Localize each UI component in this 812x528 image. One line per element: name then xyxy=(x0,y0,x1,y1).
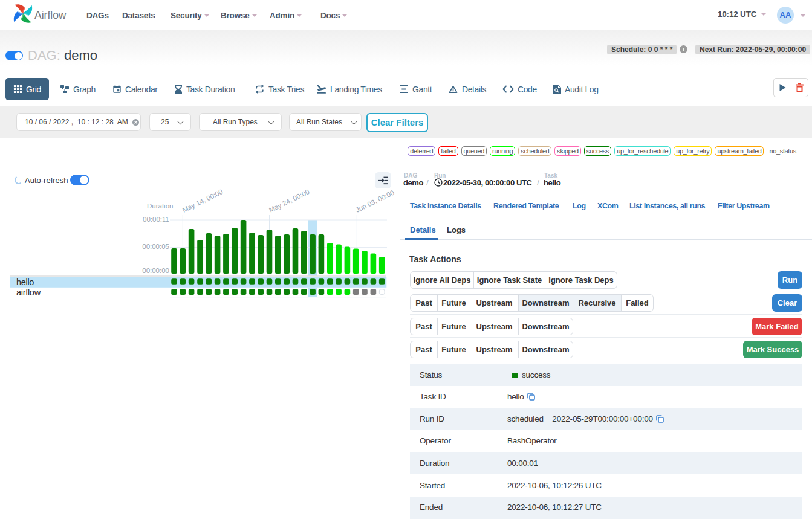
svg-text:Duration: Duration xyxy=(147,202,173,210)
svg-text:00:00:00: 00:00:00 xyxy=(142,267,169,274)
svg-text:hello: hello xyxy=(16,277,34,287)
svg-text:Jun 03, 00:00: Jun 03, 00:00 xyxy=(354,188,395,213)
svg-text:00:00:05: 00:00:05 xyxy=(142,243,169,250)
svg-text:airflow: airflow xyxy=(16,288,41,297)
svg-text:May 14, 00:00: May 14, 00:00 xyxy=(181,188,224,214)
svg-text:00:00:11: 00:00:11 xyxy=(143,216,169,223)
svg-text:May 24, 00:00: May 24, 00:00 xyxy=(268,188,311,214)
